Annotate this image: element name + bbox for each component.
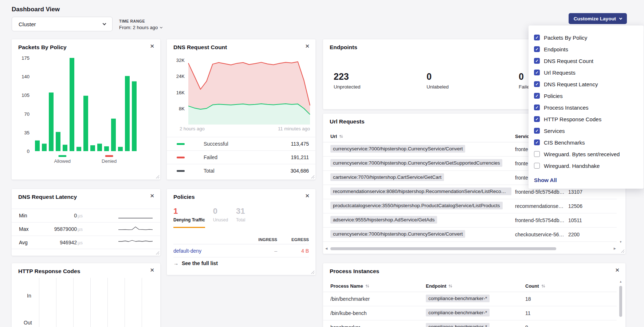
- see-full-list-link[interactable]: → See the full list: [173, 260, 218, 266]
- stat-value: 223: [334, 71, 361, 82]
- dns-request-count-chart: 32K24K16K8K2 hours ago11 minutes ago: [170, 53, 312, 135]
- checkbox-icon[interactable]: ✓: [534, 46, 540, 52]
- table-row[interactable]: benchmarker compliance-benchmarker-* 9: [323, 320, 617, 327]
- time-range-value[interactable]: From: 2 hours ago: [119, 25, 162, 30]
- latency-label: Max: [19, 226, 39, 232]
- legend-row: Total 304,686: [167, 164, 315, 177]
- url-cell: productcatalogservice:3550/hipstershop.P…: [330, 202, 503, 209]
- sort-icon: [339, 134, 343, 138]
- table-row[interactable]: /bin/benchmarker compliance-benchmarker-…: [323, 292, 617, 306]
- scroll-right-icon[interactable]: ▶: [614, 247, 616, 251]
- endpoint-cell: compliance-benchmarker-*: [426, 295, 490, 302]
- sort-icon: [365, 284, 369, 288]
- menu-item-http-response-codes[interactable]: ✓HTTP Response Codes: [534, 113, 638, 125]
- menu-item-endpoints[interactable]: ✓Endpoints: [534, 43, 638, 55]
- menu-item-policies[interactable]: ✓Policies: [534, 90, 638, 102]
- menu-item-wireguard-bytes[interactable]: ✓Wireguard. Bytes sent/received: [534, 148, 638, 160]
- policy-link[interactable]: default-deny: [173, 248, 243, 254]
- time-range: TIME RANGE From: 2 hours ago: [119, 19, 162, 30]
- scroll-up-icon[interactable]: ▲: [619, 280, 622, 284]
- latency-row-avg: Avg 946942µs: [12, 236, 160, 249]
- svg-text:Allowed: Allowed: [54, 158, 71, 164]
- close-icon[interactable]: ✕: [305, 193, 310, 198]
- latency-value: 0: [74, 213, 77, 218]
- menu-item-url-requests[interactable]: ✓Url Requests: [534, 67, 638, 78]
- stat-value: 0: [427, 71, 449, 82]
- sort-icon: [541, 284, 545, 288]
- gridline: [73, 278, 74, 327]
- time-range-from: From: 2 hours ago: [119, 25, 158, 30]
- resize-handle[interactable]: [311, 270, 314, 274]
- checkbox-icon[interactable]: ✓: [534, 105, 540, 110]
- column-header-url[interactable]: Url: [330, 134, 515, 139]
- menu-item-label: Process Instances: [544, 105, 589, 111]
- tab-denying-traffic[interactable]: 1 Denying Traffic: [173, 206, 205, 228]
- table-row[interactable]: productcatalogservice:3550/hipstershop.P…: [323, 199, 617, 213]
- menu-item-dns-request-latency[interactable]: ✓DNS Request Latency: [534, 78, 638, 90]
- menu-item-dns-request-count[interactable]: ✓DNS Request Count: [534, 55, 638, 67]
- column-label: Url: [330, 134, 337, 139]
- arrow-right-icon: →: [173, 260, 178, 266]
- table-row[interactable]: adservice:9555/hipstershop.AdService/Get…: [323, 213, 617, 228]
- checkbox-icon[interactable]: ✓: [534, 70, 540, 75]
- card-title: DNS Request Count: [173, 44, 227, 51]
- checkbox-icon[interactable]: ✓: [534, 128, 540, 134]
- see-full-list-label: See the full list: [182, 260, 218, 266]
- svg-text:24K: 24K: [176, 74, 185, 79]
- latency-value: 946942: [60, 240, 77, 245]
- latency-row-min: Min 0µs: [12, 209, 160, 222]
- column-header-count[interactable]: Count: [525, 283, 617, 289]
- url-cell: adservice:9555/hipstershop.AdService/Get…: [330, 216, 437, 224]
- stat-value: 31: [236, 206, 245, 216]
- menu-item-process-instances[interactable]: ✓Process Instances: [534, 102, 638, 113]
- close-icon[interactable]: ✕: [150, 193, 154, 198]
- menu-item-cis-benchmarks[interactable]: ✓CIS Benchmarks: [534, 137, 638, 148]
- column-header-endpoint[interactable]: Endpoint: [426, 283, 525, 289]
- checkbox-icon[interactable]: ✓: [534, 58, 540, 64]
- close-icon[interactable]: ✕: [615, 267, 620, 273]
- close-icon[interactable]: ✕: [305, 43, 310, 49]
- view-select[interactable]: Cluster: [12, 17, 113, 31]
- dns-legend: Successful 113,475 Failed 191,211 Total …: [167, 137, 315, 177]
- checkbox-icon[interactable]: ✓: [534, 139, 540, 145]
- endpoints-stat-unprotected: 223 Unprotected: [334, 71, 361, 90]
- horizontal-scrollbar[interactable]: ◀ ▶: [325, 247, 616, 251]
- chevron-down-icon: [160, 26, 162, 28]
- checkbox-icon[interactable]: ✓: [534, 93, 540, 99]
- table-row[interactable]: default-deny – 4 B: [173, 244, 309, 257]
- checkbox-icon[interactable]: ✓: [534, 35, 540, 40]
- customize-layout-button[interactable]: Customize Layout: [569, 13, 627, 24]
- tab-total[interactable]: 31 Total: [236, 206, 245, 222]
- table-header: INGRESS EGRESS: [173, 235, 309, 244]
- svg-text:175: 175: [21, 55, 30, 61]
- stat-value: 1: [173, 206, 205, 216]
- table-row[interactable]: /bin/kube-bench compliance-benchmarker-*…: [323, 306, 617, 320]
- show-all-link[interactable]: Show All: [534, 177, 638, 183]
- gridline: [56, 278, 56, 327]
- process-instances-table: /bin/benchmarker compliance-benchmarker-…: [323, 292, 617, 327]
- checkbox-icon[interactable]: ✓: [534, 116, 540, 122]
- resize-handle[interactable]: [621, 249, 624, 253]
- check-icon: ✓: [535, 82, 538, 86]
- menu-item-label: DNS Request Latency: [544, 81, 598, 87]
- close-icon[interactable]: ✕: [150, 43, 154, 49]
- chevron-down-icon: [619, 16, 622, 19]
- menu-item-packets-by-policy[interactable]: ✓Packets By Policy: [534, 32, 638, 43]
- scrollbar-thumb[interactable]: [619, 286, 622, 317]
- scroll-down-icon[interactable]: ▼: [619, 240, 622, 244]
- scrollbar-thumb[interactable]: [330, 247, 556, 250]
- checkbox-icon[interactable]: ✓: [534, 163, 540, 169]
- card-policies: Policies ✕ 1 Denying Traffic 0 Unused 31…: [167, 189, 315, 275]
- vertical-scrollbar[interactable]: ▲ ▼: [619, 280, 623, 327]
- svg-text:Denied: Denied: [102, 158, 117, 164]
- tab-unused[interactable]: 0 Unused: [213, 206, 228, 222]
- resize-handle[interactable]: [156, 251, 159, 255]
- table-row[interactable]: currencyservice:7000/hipstershop.Currenc…: [323, 228, 617, 242]
- scroll-left-icon[interactable]: ◀: [325, 247, 327, 251]
- menu-item-services[interactable]: ✓Services: [534, 125, 638, 137]
- column-label: Process Name: [330, 283, 363, 289]
- checkbox-icon[interactable]: ✓: [534, 151, 540, 157]
- menu-item-wireguard-handshake[interactable]: ✓Wireguard. Handshake: [534, 160, 638, 172]
- checkbox-icon[interactable]: ✓: [534, 81, 540, 87]
- column-header-process-name[interactable]: Process Name: [330, 283, 426, 289]
